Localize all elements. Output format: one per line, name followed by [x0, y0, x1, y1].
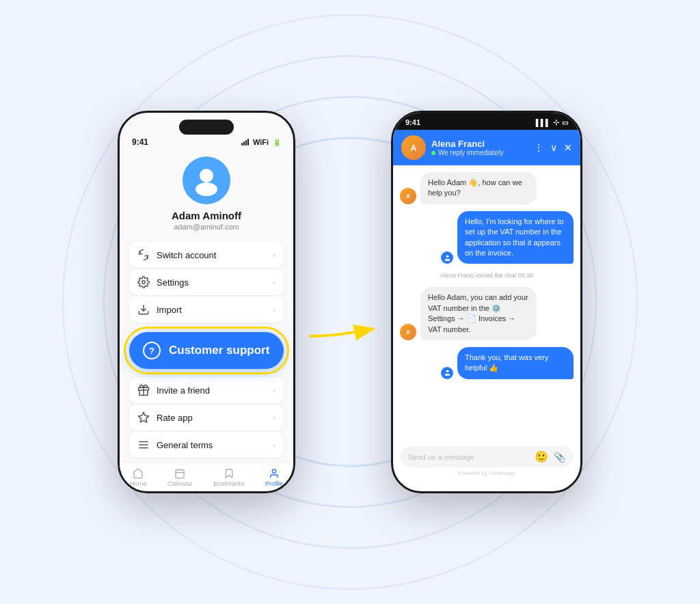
- bubble-4: Thank you, that was very helpful 👍: [457, 347, 574, 379]
- home-icon: [133, 468, 144, 479]
- user-icon-2: [444, 369, 451, 376]
- powered-by: Powered by Smartsupp: [400, 470, 574, 476]
- svg-rect-14: [176, 470, 184, 478]
- agent-subtitle: We reply immediately: [438, 149, 503, 156]
- nav-calendar-label: Calendar: [167, 480, 193, 487]
- settings-icon: [137, 276, 150, 288]
- profile-email: adam@aminof.com: [174, 223, 239, 231]
- menu-item-rate[interactable]: Rate app ›: [129, 404, 284, 430]
- online-indicator: [431, 151, 435, 155]
- nav-profile[interactable]: Profile: [265, 468, 283, 487]
- message-row-4: Thank you, that was very helpful 👍: [400, 347, 574, 379]
- dynamic-island: [179, 120, 234, 135]
- emoji-icon[interactable]: 🙂: [535, 450, 548, 463]
- agent-status: We reply immediately: [431, 149, 528, 156]
- msg-text-2: Hello, I'm looking for where to set up t…: [465, 217, 564, 257]
- phone-left: 9:41 WiFi 🔋 Adam Aminoff: [118, 111, 295, 493]
- avatar-icon: [189, 163, 224, 197]
- nav-calendar[interactable]: Calendar: [167, 468, 193, 487]
- terms-label: General terms: [157, 440, 266, 450]
- agent-avatar: A: [401, 135, 426, 160]
- menu-list-bottom: Invite a friend › Rate app › General ter…: [120, 374, 293, 462]
- bubble-3: Hello Adam, you can add your VAT number …: [420, 287, 537, 340]
- attachment-icon[interactable]: 📎: [554, 452, 565, 463]
- customer-support-button[interactable]: ? Customer support: [129, 332, 284, 369]
- menu-item-invite[interactable]: Invite a friend ›: [129, 377, 284, 403]
- menu-item-switch-account[interactable]: Switch account ›: [129, 242, 284, 268]
- switch-account-label: Switch account: [157, 250, 266, 260]
- time-left: 9:41: [132, 137, 148, 147]
- user-icon: [444, 254, 451, 262]
- nav-bookmarks[interactable]: Bookmarks: [213, 468, 244, 487]
- gift-icon: [137, 384, 150, 396]
- phone-right: 9:41 ▌▌▌ ⊹ ▭ A Alena Franci We reply imm…: [391, 111, 582, 493]
- menu-item-import[interactable]: Import ›: [129, 297, 284, 322]
- chat-input-row[interactable]: Send us a message 🙂 📎: [400, 446, 574, 467]
- arrow-connector: [302, 302, 384, 357]
- nav-bookmarks-label: Bookmarks: [213, 480, 244, 487]
- more-dots-icon[interactable]: ⋮: [534, 142, 543, 153]
- wifi-icon: WiFi: [253, 138, 269, 146]
- bubble-1: Hello Adam 👋, how can we help you?: [420, 172, 537, 204]
- status-icons-left: WiFi 🔋: [241, 138, 281, 146]
- battery-icon: 🔋: [273, 139, 281, 146]
- user-bubble-avatar-2: [441, 367, 453, 379]
- chevron-switch: ›: [273, 251, 275, 259]
- msg-avatar-1: A: [400, 188, 416, 204]
- right-status-icons: ▌▌▌ ⊹ ▭: [536, 118, 568, 127]
- agent-name: Alena Franci: [431, 139, 528, 149]
- menu-list: Switch account › Settings › Impor: [120, 238, 293, 327]
- system-message-1: Alena Franci joined the chat 09:38: [400, 272, 574, 279]
- svg-point-20: [446, 255, 448, 258]
- chevron-import: ›: [273, 305, 275, 314]
- chevron-invite: ›: [273, 386, 275, 394]
- import-label: Import: [157, 305, 266, 315]
- msg-avatar-3: A: [400, 324, 416, 340]
- star-icon: [137, 411, 150, 424]
- status-bar-left: 9:41 WiFi 🔋: [120, 135, 293, 147]
- chevron-settings: ›: [273, 278, 275, 286]
- msg-text-3: Hello Adam, you can add your VAT number …: [428, 293, 528, 333]
- bookmark-icon: [224, 468, 234, 479]
- menu-item-terms[interactable]: General terms ›: [129, 432, 284, 458]
- profile-section: Adam Aminoff adam@aminof.com: [120, 147, 293, 238]
- chevron-terms: ›: [273, 441, 275, 449]
- message-row-2: Hello, I'm looking for where to set up t…: [400, 211, 574, 264]
- status-bar-right: 9:41 ▌▌▌ ⊹ ▭: [393, 113, 580, 130]
- calendar-icon: [174, 468, 185, 479]
- chat-input-placeholder: Send us a message: [408, 453, 529, 461]
- profile-name: Adam Aminoff: [172, 210, 241, 221]
- settings-label: Settings: [157, 277, 266, 288]
- import-icon: [137, 303, 150, 316]
- question-mark-icon: ?: [143, 342, 161, 359]
- msg-text-4: Thank you, that was very helpful 👍: [465, 353, 548, 372]
- nav-profile-label: Profile: [265, 480, 283, 487]
- customer-support-label: Customer support: [169, 344, 269, 357]
- svg-point-18: [272, 469, 275, 473]
- profile-icon: [269, 468, 280, 479]
- svg-point-6: [142, 281, 146, 284]
- menu-item-settings[interactable]: Settings ›: [129, 269, 284, 295]
- wifi-right: ⊹: [553, 118, 559, 127]
- system-text-1: Alena Franci joined the chat 09:38: [440, 272, 534, 279]
- chat-actions: ⋮ ∨ ✕: [534, 142, 572, 153]
- svg-point-5: [196, 182, 217, 196]
- nav-home[interactable]: Home: [130, 468, 146, 487]
- signal-icon: [241, 139, 249, 146]
- chevron-down-icon[interactable]: ∨: [550, 142, 557, 153]
- close-icon[interactable]: ✕: [564, 142, 572, 153]
- list-icon: [137, 439, 150, 451]
- message-row-3: A Hello Adam, you can add your VAT numbe…: [400, 287, 574, 340]
- invite-label: Invite a friend: [157, 385, 266, 396]
- battery-right: ▭: [562, 119, 568, 126]
- bottom-nav: Home Calendar Bookmarks: [120, 462, 293, 491]
- svg-marker-10: [139, 413, 149, 422]
- avatar: [183, 156, 230, 204]
- agent-info: Alena Franci We reply immediately: [431, 139, 528, 156]
- time-right: 9:41: [405, 118, 420, 127]
- switch-icon: [137, 249, 150, 261]
- message-row-1: A Hello Adam 👋, how can we help you?: [400, 172, 574, 204]
- bubble-2: Hello, I'm looking for where to set up t…: [457, 211, 574, 264]
- svg-point-4: [200, 169, 213, 182]
- svg-point-21: [446, 370, 448, 373]
